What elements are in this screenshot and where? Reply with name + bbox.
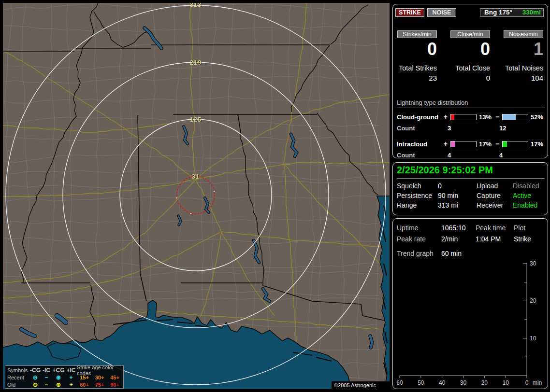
capture-state: Active bbox=[513, 192, 531, 199]
neg-ic-old-icon: − bbox=[41, 382, 52, 388]
noise-mode-button[interactable]: NOISE bbox=[427, 8, 456, 17]
cg-positive-count: 3 bbox=[448, 125, 451, 132]
legend-row-old-label: Old bbox=[7, 382, 29, 388]
neg-cg-recent-icon: ⊖ bbox=[29, 375, 41, 380]
bearing-range-value: 330mi bbox=[522, 9, 541, 16]
ic-negative-count: 4 bbox=[499, 152, 503, 159]
panel-runtime-trend: Uptime 1065:10 Peak time Plot Peak rate … bbox=[392, 218, 548, 389]
cg-positive-bar bbox=[450, 114, 477, 120]
svg-text:50: 50 bbox=[418, 379, 424, 386]
persistence-value: 90 min bbox=[438, 192, 458, 199]
distribution-title: Lightning type distribution bbox=[397, 99, 545, 108]
total-strikes-label: Total Strikes bbox=[397, 64, 437, 72]
total-close-value: 0 bbox=[450, 74, 490, 82]
uptime-value: 1065:10 bbox=[441, 224, 466, 232]
legend-col-pos-ic: +IC bbox=[65, 367, 77, 373]
panel-system-status: 2/25/2026 9:25:02 PM Squelch 0 Upload Di… bbox=[392, 162, 548, 215]
svg-text:10: 10 bbox=[530, 335, 536, 342]
plus-sign: + bbox=[444, 113, 448, 121]
runtime-row: Peak rate 2/min 1:04 PM Strike bbox=[393, 235, 549, 245]
svg-text:min: min bbox=[533, 379, 542, 386]
neg-cg-old-icon: ⊖ bbox=[29, 382, 41, 388]
total-strikes-value: 23 bbox=[397, 74, 437, 82]
cloud-ground-label: Cloud-ground bbox=[397, 113, 438, 121]
intracloud-count-row: Count 4 4 bbox=[397, 152, 545, 162]
ic-negative-bar bbox=[502, 141, 528, 147]
ic-positive-pct: 17% bbox=[479, 140, 492, 148]
total-close-label: Total Close bbox=[450, 64, 490, 72]
capture-label: Capture bbox=[477, 192, 501, 199]
runtime-row: Uptime 1065:10 Peak time Plot bbox=[393, 224, 549, 234]
svg-text:20: 20 bbox=[481, 379, 488, 386]
svg-text:20: 20 bbox=[530, 297, 536, 304]
symbol-legend: Symbols -CG -IC +CG +IC Strike age color… bbox=[5, 365, 124, 389]
count-label: Count bbox=[397, 125, 415, 132]
svg-text:0: 0 bbox=[525, 379, 529, 386]
strike-mode-button[interactable]: STRIKE bbox=[395, 8, 424, 17]
pos-ic-recent-icon: + bbox=[65, 375, 77, 380]
system-datetime: 2/25/2026 9:25:02 PM bbox=[397, 165, 545, 179]
pos-ic-old-icon: + bbox=[65, 382, 77, 388]
legend-col-neg-cg: -CG bbox=[29, 367, 41, 373]
range-ring-label-219: 219 bbox=[186, 59, 205, 66]
total-noises-label: Total Noises bbox=[504, 64, 543, 72]
legend-row-recent-label: Recent bbox=[7, 375, 29, 380]
count-label: Count bbox=[397, 152, 415, 159]
pos-cg-recent-icon: ⊕ bbox=[52, 375, 65, 380]
ic-negative-pct: 17% bbox=[531, 140, 543, 148]
rate-columns: Strikes/min 0 Total Strikes 23 Close/min… bbox=[397, 30, 544, 82]
cloud-ground-count-row: Count 3 12 bbox=[397, 125, 545, 135]
plot-label: Plot bbox=[514, 224, 525, 232]
neg-ic-recent-icon: − bbox=[41, 375, 52, 380]
peak-rate-label: Peak rate bbox=[397, 235, 426, 243]
close-per-min-chip: Close/min bbox=[450, 30, 490, 38]
squelch-label: Squelch bbox=[397, 182, 421, 190]
bearing-value: Bng 175° bbox=[484, 9, 512, 16]
legend-col-pos-cg: +CG bbox=[52, 367, 65, 373]
svg-text:30: 30 bbox=[460, 379, 467, 386]
receiver-label: Receiver bbox=[477, 201, 503, 209]
age-code-15: 15+ bbox=[77, 375, 92, 380]
cg-negative-count: 12 bbox=[499, 125, 506, 132]
range-label: Range bbox=[397, 201, 417, 209]
age-code-90: 90+ bbox=[107, 382, 122, 388]
upload-label: Upload bbox=[477, 182, 498, 190]
svg-text:10: 10 bbox=[502, 379, 509, 386]
intracloud-label: Intracloud bbox=[397, 140, 427, 148]
peak-time-value: 1:04 PM bbox=[476, 235, 501, 243]
uptime-label: Uptime bbox=[397, 224, 418, 232]
map-view[interactable]: 313 219 125 31 Symbols -CG -IC +CG +IC S… bbox=[3, 3, 390, 389]
svg-text:60: 60 bbox=[396, 379, 403, 386]
minus-sign: − bbox=[495, 113, 499, 121]
upload-state: Disabled bbox=[513, 182, 539, 190]
svg-text:30: 30 bbox=[530, 260, 536, 267]
noises-per-min-value: 1 bbox=[504, 39, 543, 59]
copyright-notice: ©2005 Astrogenic Systems bbox=[332, 381, 390, 389]
plot-mode-value: Strike bbox=[514, 235, 531, 243]
pos-cg-old-icon: ⊕ bbox=[52, 382, 65, 388]
strikes-column: Strikes/min 0 Total Strikes 23 bbox=[397, 30, 437, 82]
close-per-min-value: 0 bbox=[450, 39, 490, 59]
lightning-tracker-window: 313 219 125 31 Symbols -CG -IC +CG +IC S… bbox=[0, 0, 550, 392]
strikes-per-min-value: 0 bbox=[397, 39, 437, 59]
persistence-label: Persistence bbox=[397, 192, 432, 199]
plus-sign: + bbox=[444, 140, 448, 148]
age-code-75: 75+ bbox=[92, 382, 107, 388]
peak-time-label: Peak time bbox=[476, 224, 506, 232]
ic-positive-count: 4 bbox=[448, 152, 451, 159]
total-noises-value: 104 bbox=[504, 74, 543, 82]
peak-rate-value: 2/min bbox=[441, 235, 458, 243]
cg-negative-pct: 52% bbox=[531, 113, 543, 121]
range-ring-label-313: 313 bbox=[186, 3, 205, 8]
panel-strike-counters: STRIKE NOISE Bng 175° 330mi Strikes/min … bbox=[392, 4, 548, 158]
status-row: Persistence 90 min Capture Active bbox=[393, 192, 549, 201]
receiver-state: Enabled bbox=[513, 201, 537, 209]
cloud-ground-row: Cloud-ground + 13% − 52% bbox=[397, 112, 545, 124]
age-code-60: 60+ bbox=[77, 382, 92, 388]
status-row: Range 313 mi Receiver Enabled bbox=[393, 201, 549, 211]
age-code-45: 45+ bbox=[107, 375, 122, 380]
range-ring-label-31: 31 bbox=[186, 173, 205, 180]
strikes-per-min-chip: Strikes/min bbox=[397, 30, 437, 38]
legend-symbols-header: Symbols bbox=[7, 367, 29, 373]
noises-column: Noises/min 1 Total Noises 104 bbox=[504, 30, 543, 82]
